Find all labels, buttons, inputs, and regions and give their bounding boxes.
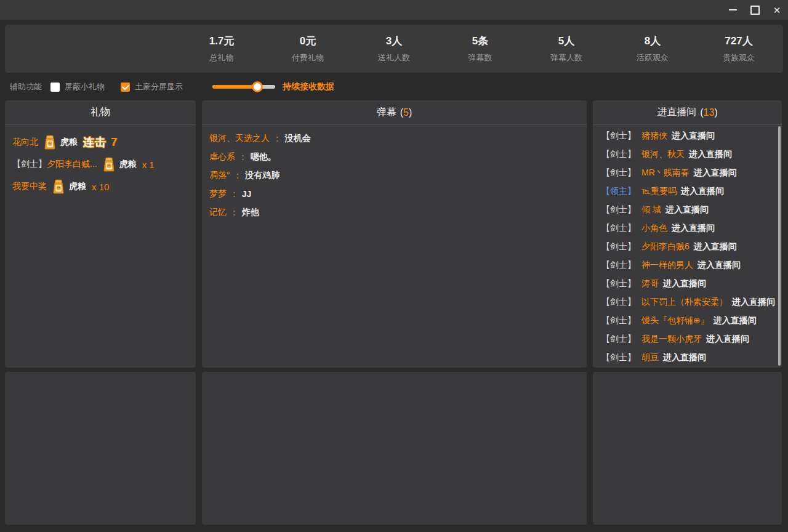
- rank-badge: 【剑士】: [601, 334, 636, 345]
- rich-split-checkbox[interactable]: [121, 83, 130, 92]
- entry-row: 【剑士】猪猪侠进入直播间: [593, 127, 782, 145]
- stat-item: 0元付费礼物: [265, 34, 351, 63]
- separator: :: [276, 134, 279, 143]
- rank-badge: 【剑士】: [601, 131, 636, 142]
- maximize-button[interactable]: [744, 0, 766, 20]
- stat-label: 送礼人数: [351, 52, 437, 63]
- entries-list: 【剑士】猪猪侠进入直播间【剑士】银河、秋天进入直播间【剑士】MR丶贱南春进入直播…: [593, 125, 782, 367]
- stat-value: 5条: [437, 34, 523, 48]
- entry-row: 【剑士】倾 城进入直播间: [593, 201, 782, 219]
- gift-row: 【剑士】夕阳李白贼... 虎粮x 1: [5, 153, 196, 175]
- gift-bag-icon: [43, 135, 57, 150]
- stat-value: 5人: [523, 34, 609, 48]
- rank-badge: 【剑士】: [601, 241, 636, 252]
- entry-suffix: 进入直播间: [694, 241, 737, 252]
- viewer-name: 我是一颗小虎牙: [641, 334, 702, 345]
- entry-suffix: 进入直播间: [694, 167, 737, 179]
- rank-badge: 【领主】: [601, 186, 636, 197]
- sender-name: 凋落°: [209, 170, 230, 181]
- entry-row: 【剑士】以下罚上（朴素安柔）进入直播间: [593, 293, 782, 312]
- gifts-panel-title: 礼物: [90, 106, 110, 119]
- danmaku-message: 银河、天选之人:没机会: [202, 129, 587, 148]
- combo-count: 7: [111, 136, 117, 149]
- gift-currency-name: 虎粮: [60, 137, 78, 148]
- entries-panel-title: 进直播间 13: [657, 106, 717, 119]
- stat-label: 活跃观众: [609, 52, 696, 63]
- entry-suffix: 进入直播间: [689, 149, 732, 160]
- rich-split-label: 土豪分屏显示: [135, 81, 183, 92]
- block-small-gifts-toggle[interactable]: 屏蔽小礼物: [50, 81, 105, 92]
- rank-badge: 【剑士】: [601, 260, 636, 271]
- viewer-name: 以下罚上（朴素安柔）: [641, 297, 728, 308]
- rank-badge: 【剑士】: [601, 297, 636, 308]
- danmaku-split-panel: [202, 372, 587, 525]
- receive-data-slider[interactable]: [212, 81, 275, 92]
- viewer-name: 倾 城: [641, 204, 661, 216]
- rank-badge: 【剑士】: [601, 315, 636, 326]
- gift-quantity: x 10: [92, 182, 109, 192]
- entry-row: 【剑士】MR丶贱南春进入直播间: [593, 164, 782, 182]
- danmaku-panel-header: 弹幕 5: [202, 100, 587, 125]
- entries-panel: 进直播间 13 【剑士】猪猪侠进入直播间【剑士】银河、秋天进入直播间【剑士】MR…: [593, 100, 782, 368]
- close-button[interactable]: ✕: [766, 0, 788, 20]
- maximize-icon: [750, 6, 760, 15]
- entry-suffix: 进入直播间: [663, 278, 706, 289]
- sender-name: 梦梦: [209, 188, 227, 200]
- separator: :: [236, 171, 239, 180]
- sender-name: 记忆: [209, 207, 227, 218]
- slider-track[interactable]: [212, 85, 275, 89]
- entry-suffix: 进入直播间: [681, 186, 724, 197]
- user-name: 我要中奖: [12, 181, 47, 192]
- separator: :: [233, 189, 236, 199]
- danmaku-list: 银河、天选之人:没机会虐心系:嗯他。凋落°:没有鸡肺梦梦:JJ记忆:炸他: [202, 125, 587, 222]
- block-small-gifts-checkbox[interactable]: [50, 83, 60, 92]
- separator: :: [233, 208, 236, 217]
- entry-suffix: 进入直播间: [665, 204, 709, 216]
- entries-count: 13: [704, 107, 715, 118]
- stat-label: 贵族观众: [696, 52, 782, 63]
- danmaku-panel: 弹幕 5 银河、天选之人:没机会虐心系:嗯他。凋落°:没有鸡肺梦梦:JJ记忆:炸…: [202, 100, 587, 368]
- stat-label: 付费礼物: [265, 52, 351, 63]
- stat-item: 5条弹幕数: [437, 34, 523, 63]
- gifts-split-panel: [5, 372, 196, 525]
- gift-quantity: x 1: [142, 159, 155, 170]
- danmaku-message: 虐心系:嗯他。: [202, 148, 587, 166]
- stat-item: 5人弹幕人数: [523, 34, 609, 63]
- slider-thumb[interactable]: [252, 81, 263, 92]
- stat-value: 727人: [696, 34, 782, 48]
- entries-split-panel: [593, 372, 782, 525]
- panel-grid: 礼物 花向北 虎粮连击7【剑士】夕阳李白贼... 虎粮x 1我要中奖: [5, 100, 782, 525]
- message-text: 炸他: [242, 207, 259, 218]
- minimize-button[interactable]: [722, 0, 744, 20]
- gift-currency-name: 虎粮: [119, 159, 137, 170]
- stat-value: 3人: [351, 34, 437, 48]
- entry-row: 【剑士】神一样的男人进入直播间: [593, 256, 782, 275]
- rank-badge: 【剑士】: [601, 167, 636, 179]
- message-text: JJ: [242, 189, 252, 199]
- user-name: 花向北: [12, 137, 38, 148]
- block-small-gifts-label: 屏蔽小礼物: [65, 81, 105, 92]
- user-name: 夕阳李白贼...: [47, 159, 97, 170]
- entries-scrollbar[interactable]: [778, 126, 781, 366]
- message-text: 没有鸡肺: [245, 170, 279, 181]
- user-badge: 【剑士】: [12, 159, 47, 170]
- stats-bar: 1.7元总礼物0元付费礼物3人送礼人数5条弹幕数5人弹幕人数8人活跃观众727人…: [5, 25, 783, 73]
- stats-list: 1.7元总礼物0元付费礼物3人送礼人数5条弹幕数5人弹幕人数8人活跃观众727人…: [179, 34, 783, 63]
- message-text: 嗯他。: [251, 151, 276, 163]
- rank-badge: 【剑士】: [601, 204, 636, 216]
- gift-bag-icon: [52, 179, 65, 194]
- entry-row: 【剑士】胡豆进入直播间: [593, 349, 782, 367]
- viewer-name: 银河、秋天: [641, 149, 685, 160]
- viewer-name: 夕阳李白贼6: [641, 241, 690, 252]
- rank-badge: 【剑士】: [601, 278, 636, 289]
- viewer-name: ℡重要吗: [641, 186, 677, 197]
- entry-row: 【剑士】我是一颗小虎牙进入直播间: [593, 330, 782, 349]
- danmaku-count: 5: [403, 107, 409, 118]
- entry-suffix: 进入直播间: [698, 260, 741, 271]
- rich-split-toggle[interactable]: 土豪分屏显示: [121, 81, 183, 92]
- entries-panel-header: 进直播间 13: [593, 100, 782, 125]
- message-text: 没机会: [285, 133, 311, 144]
- stat-item: 727人贵族观众: [696, 34, 782, 63]
- slider-fill: [212, 85, 257, 89]
- stat-label: 弹幕人数: [523, 52, 609, 63]
